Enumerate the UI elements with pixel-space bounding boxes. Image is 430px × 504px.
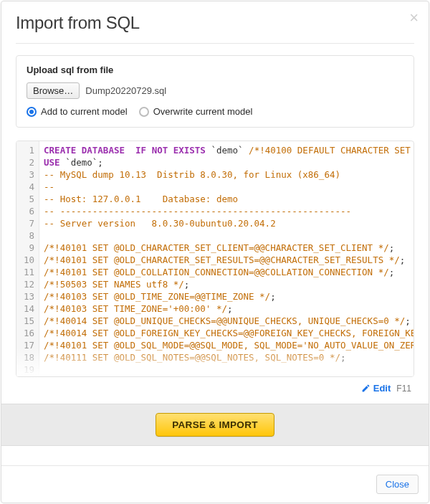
line-number: 16: [24, 327, 34, 339]
line-number: 3: [24, 168, 34, 181]
line-number: 18: [24, 351, 34, 363]
browse-button[interactable]: Browse…: [27, 82, 80, 99]
file-row: Browse… Dump20220729.sql: [27, 82, 403, 99]
edit-label: Edit: [373, 383, 391, 394]
radio-icon: [139, 107, 149, 117]
line-number: 13: [24, 290, 34, 303]
line-number: 5: [24, 193, 34, 205]
code-line: /*!40014 SET @OLD_UNIQUE_CHECKS=@@UNIQUE…: [44, 315, 414, 327]
radio-add-label: Add to current model: [41, 106, 128, 117]
radio-add-to-model[interactable]: Add to current model: [27, 106, 128, 117]
code-line: /*!40103 SET TIME_ZONE='+00:00' */;: [44, 303, 414, 315]
code-line: -- Host: 127.0.0.1 Database: demo: [44, 193, 414, 205]
edit-row: Edit F11: [16, 377, 414, 394]
code-line: /*!50503 SET NAMES utf8 */;: [44, 278, 414, 290]
code-line: /*!40101 SET @OLD_CHARACTER_SET_RESULTS=…: [44, 254, 414, 266]
code-line: CREATE DATABASE IF NOT EXISTS `demo` /*!…: [44, 144, 414, 156]
line-number: 11: [24, 266, 34, 278]
code-line: USE `demo`;: [44, 156, 414, 168]
code-line: [44, 363, 414, 376]
code-line: /*!40101 SET @OLD_COLLATION_CONNECTION=@…: [44, 266, 414, 278]
line-number: 6: [24, 205, 34, 217]
modal-footer: Close: [1, 465, 429, 503]
radio-icon: [27, 107, 37, 117]
line-number: 4: [24, 181, 34, 193]
line-number: 10: [24, 254, 34, 266]
import-mode-radios: Add to current model Overwrite current m…: [27, 106, 403, 117]
line-number: 12: [24, 278, 34, 290]
line-number: 15: [24, 315, 34, 327]
line-number: 8: [24, 229, 34, 242]
sql-editor[interactable]: 12345678910111213141516171819 CREATE DAT…: [16, 141, 414, 377]
parse-import-button[interactable]: PARSE & IMPORT: [156, 413, 274, 437]
line-number: 17: [24, 339, 34, 351]
code-line: [44, 229, 414, 242]
code-line: -- -------------------------------------…: [44, 205, 414, 217]
parse-bar: PARSE & IMPORT: [1, 404, 429, 446]
import-sql-modal: Import from SQL × Upload sql from file B…: [1, 1, 429, 503]
code-line: --: [44, 181, 414, 193]
line-number: 1: [24, 144, 34, 156]
edit-link[interactable]: Edit: [361, 383, 391, 394]
close-button[interactable]: Close: [376, 475, 419, 494]
line-gutter: 12345678910111213141516171819: [16, 141, 39, 376]
upload-section-title: Upload sql from file: [27, 65, 403, 75]
modal-title: Import from SQL: [16, 13, 414, 33]
line-number: 2: [24, 156, 34, 168]
pencil-icon: [361, 384, 371, 393]
selected-filename: Dump20220729.sql: [85, 85, 166, 96]
line-number: 9: [24, 242, 34, 254]
close-icon[interactable]: ×: [409, 10, 419, 26]
modal-header: Import from SQL ×: [1, 1, 429, 43]
code-lines: CREATE DATABASE IF NOT EXISTS `demo` /*!…: [39, 141, 414, 376]
code-line: -- Server version 8.0.30-0ubuntu0.20.04.…: [44, 217, 414, 229]
line-number: 7: [24, 217, 34, 229]
line-number: 19: [24, 363, 34, 376]
radio-overwrite-model[interactable]: Overwrite current model: [139, 106, 253, 117]
upload-section: Upload sql from file Browse… Dump2022072…: [16, 55, 414, 128]
code-line: /*!40014 SET @OLD_FOREIGN_KEY_CHECKS=@@F…: [44, 327, 414, 339]
code-line: /*!40101 SET @OLD_SQL_MODE=@@SQL_MODE, S…: [44, 339, 414, 351]
line-number: 14: [24, 303, 34, 315]
code-line: /*!40111 SET @OLD_SQL_NOTES=@@SQL_NOTES,…: [44, 351, 414, 363]
edit-hint: F11: [396, 384, 411, 394]
radio-overwrite-label: Overwrite current model: [153, 106, 253, 117]
modal-body: Upload sql from file Browse… Dump2022072…: [1, 44, 429, 465]
code-line: /*!40103 SET @OLD_TIME_ZONE=@@TIME_ZONE …: [44, 290, 414, 303]
code-line: /*!40101 SET @OLD_CHARACTER_SET_CLIENT=@…: [44, 242, 414, 254]
code-line: -- MySQL dump 10.13 Distrib 8.0.30, for …: [44, 168, 414, 181]
